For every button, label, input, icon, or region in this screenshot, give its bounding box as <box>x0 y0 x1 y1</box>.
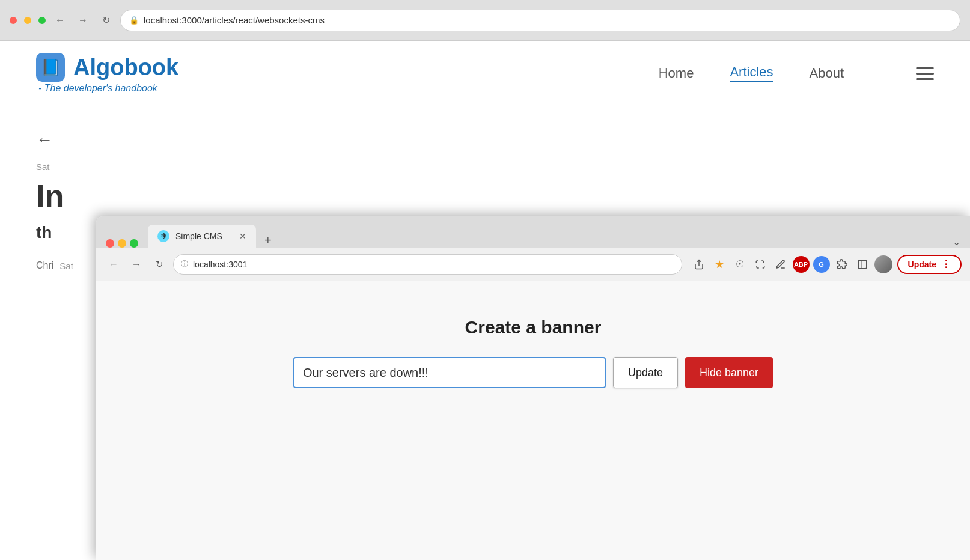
cms-update-button[interactable]: Update <box>613 357 678 388</box>
overlay-cms-content: Create a banner Update Hide banner <box>96 281 970 560</box>
algobook-subtitle: - The developer's handbook <box>36 83 178 94</box>
algobook-logo-section: 📘 Algobook - The developer's handbook <box>36 53 178 94</box>
overlay-url-bar[interactable]: ⓘ localhost:3001 <box>173 254 682 275</box>
hamburger-line-3 <box>916 78 934 80</box>
user-avatar[interactable] <box>874 255 892 273</box>
maximize-window-button[interactable] <box>130 239 138 248</box>
abp-icon[interactable]: ABP <box>793 256 810 273</box>
extensions-icon[interactable] <box>834 256 850 273</box>
update-dots: ⋮ <box>941 258 951 270</box>
svg-rect-0 <box>858 260 867 269</box>
overlay-browser: ⚛ Simple CMS ✕ + ⌄ ← → ↻ ⓘ localhost:300… <box>96 216 970 560</box>
minimize-window-button[interactable] <box>118 239 126 248</box>
overlay-toolbar-icons: ★ ☉ ABP G <box>691 255 892 273</box>
outer-refresh-button[interactable]: ↻ <box>97 12 114 29</box>
outer-window-controls <box>10 17 46 24</box>
article-date: Sat <box>36 162 934 172</box>
overlay-addressbar: ← → ↻ ⓘ localhost:3001 ★ ☉ <box>96 248 970 281</box>
outer-lock-icon: 🔒 <box>129 16 139 25</box>
tab-add-button[interactable]: + <box>261 234 275 248</box>
back-arrow-button[interactable]: ← <box>36 130 53 150</box>
hamburger-line-1 <box>916 67 934 69</box>
algobook-header: 📘 Algobook - The developer's handbook Ho… <box>0 41 970 106</box>
nav-home[interactable]: Home <box>659 65 694 81</box>
close-window-button[interactable] <box>106 239 114 248</box>
author-date: Sat <box>59 261 73 271</box>
outer-back-button[interactable]: ← <box>52 12 69 29</box>
update-button-red[interactable]: Update ⋮ <box>897 255 962 274</box>
hamburger-button[interactable] <box>916 67 934 80</box>
overlay-tab-cms[interactable]: ⚛ Simple CMS ✕ <box>148 225 256 248</box>
nav-articles[interactable]: Articles <box>730 64 773 82</box>
article-title: In <box>36 179 934 213</box>
sidebar-toggle-icon[interactable] <box>854 256 871 273</box>
outer-url-text: localhost:3000/articles/react/websockets… <box>144 15 325 25</box>
outer-address-bar[interactable]: 🔒 localhost:3000/articles/react/websocke… <box>120 10 960 31</box>
algobook-logo-icon: 📘 <box>36 53 65 82</box>
tab-label: Simple CMS <box>175 231 222 241</box>
google-translate-icon[interactable]: G <box>813 256 830 273</box>
overlay-forward-button[interactable]: → <box>127 255 145 273</box>
tab-close-button[interactable]: ✕ <box>239 231 246 241</box>
cms-title: Create a banner <box>465 317 602 338</box>
cms-hide-button[interactable]: Hide banner <box>685 357 773 388</box>
algobook-nav: Home Articles About <box>659 64 934 82</box>
author-name: Chri <box>36 260 53 271</box>
overlay-lock-icon: ⓘ <box>181 259 188 269</box>
orbit-icon[interactable]: ☉ <box>731 256 748 273</box>
overlay-url-text: localhost:3001 <box>193 260 247 269</box>
banner-input[interactable] <box>293 357 606 388</box>
bookmark-icon[interactable]: ★ <box>711 256 728 273</box>
hamburger-line-2 <box>916 73 934 75</box>
overlay-tabbar: ⚛ Simple CMS ✕ + ⌄ <box>96 216 970 248</box>
overlay-window-controls <box>106 239 138 248</box>
pen-icon[interactable] <box>772 256 789 273</box>
algobook-title: Algobook <box>73 55 178 81</box>
share-icon[interactable] <box>691 256 707 273</box>
overlay-refresh-button[interactable]: ↻ <box>150 255 168 273</box>
nav-about[interactable]: About <box>810 65 844 81</box>
outer-forward-button[interactable]: → <box>75 12 91 29</box>
screenshot-icon[interactable] <box>752 256 769 273</box>
tab-expand-button[interactable]: ⌄ <box>953 236 960 248</box>
tab-react-icon: ⚛ <box>157 230 169 242</box>
overlay-back-button[interactable]: ← <box>105 255 123 273</box>
cms-form-row: Update Hide banner <box>293 357 773 388</box>
